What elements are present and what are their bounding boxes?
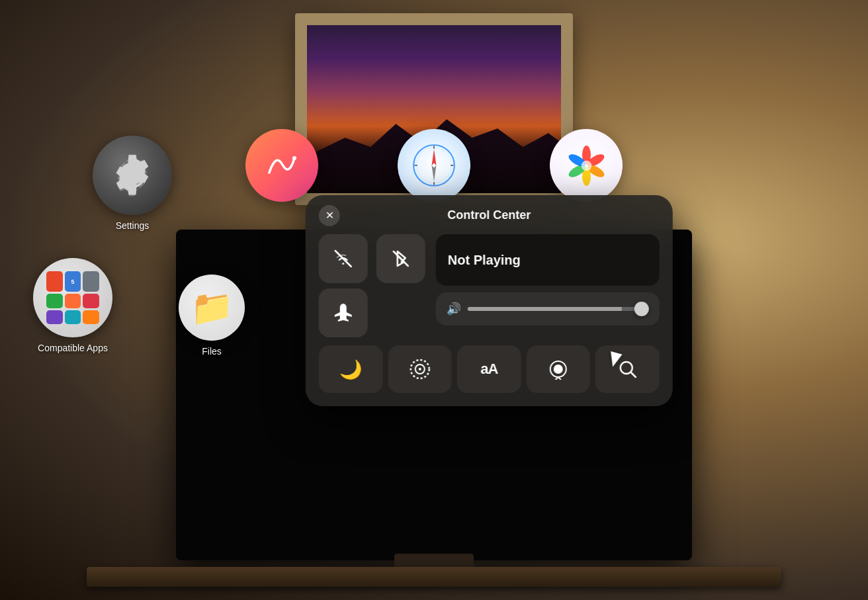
airplane-icon	[332, 302, 355, 324]
gear-icon	[109, 152, 155, 198]
airplane-mode-toggle-button[interactable]	[319, 288, 368, 337]
control-center-body: Not Playing 🔊	[319, 234, 660, 337]
photos-icon	[565, 144, 608, 187]
safari-compass-icon	[411, 142, 457, 189]
safari-app-icon[interactable]	[398, 129, 470, 202]
settings-app-icon[interactable]: Settings	[93, 136, 172, 231]
tv-desk	[87, 567, 781, 587]
svg-point-0	[292, 156, 296, 160]
freeform-app-icon[interactable]	[245, 129, 318, 202]
volume-icon: 🔊	[447, 302, 461, 316]
text-size-icon: aA	[480, 361, 498, 378]
compatible-apps-icon[interactable]: 5 Compatible Apps	[33, 258, 112, 353]
freeform-icon	[263, 146, 301, 185]
volume-control[interactable]: 🔊	[436, 292, 660, 325]
top-app-icons	[245, 129, 623, 202]
moon-icon: 🌙	[339, 359, 363, 380]
focus-button[interactable]: 🌙	[319, 345, 383, 393]
bluetooth-toggle-button[interactable]	[376, 234, 425, 283]
svg-point-15	[581, 160, 591, 171]
settings-label: Settings	[116, 220, 150, 231]
settings-icon-circle	[93, 136, 172, 215]
files-label: Files	[202, 346, 222, 357]
airdrop-button[interactable]	[527, 345, 591, 393]
text-size-button[interactable]: aA	[457, 345, 521, 393]
svg-point-18	[419, 368, 421, 370]
svg-marker-3	[432, 150, 437, 166]
wifi-toggle-button[interactable]	[319, 234, 368, 283]
control-center-panel: ✕ Control Center	[306, 195, 673, 406]
control-center-toggles	[319, 234, 428, 337]
control-center-title: Control Center	[447, 208, 531, 222]
control-center-bottom-row: 🌙 aA	[319, 345, 660, 393]
volume-slider-thumb[interactable]	[634, 302, 649, 316]
volume-slider-track[interactable]	[468, 307, 649, 311]
now-playing-section: Not Playing 🔊	[436, 234, 660, 337]
compatible-apps-label: Compatible Apps	[38, 343, 108, 353]
search-icon	[617, 359, 637, 379]
control-center-header: ✕ Control Center	[319, 208, 660, 222]
mini-app-grid: 5	[46, 271, 99, 324]
svg-line-22	[558, 377, 561, 380]
search-button[interactable]	[595, 345, 660, 393]
svg-line-24	[630, 372, 636, 378]
svg-marker-4	[432, 165, 437, 182]
folder-icon: 📁	[191, 288, 234, 328]
airdrop-icon	[548, 359, 569, 380]
photos-app-icon[interactable]	[550, 129, 623, 202]
files-icon-circle: 📁	[179, 275, 245, 341]
accessibility-icon	[410, 359, 431, 380]
close-icon: ✕	[325, 209, 333, 222]
files-app-icon[interactable]: 📁 Files	[179, 275, 245, 357]
toggle-placeholder	[376, 288, 425, 337]
accessibility-button[interactable]	[388, 345, 452, 393]
control-center-close-button[interactable]: ✕	[319, 205, 340, 226]
compatible-apps-circle: 5	[33, 258, 112, 337]
wifi-slash-icon	[333, 248, 354, 269]
now-playing-text: Not Playing	[448, 253, 521, 268]
now-playing-box: Not Playing	[436, 234, 660, 286]
bluetooth-slash-icon	[390, 249, 410, 269]
svg-point-19	[554, 364, 563, 374]
